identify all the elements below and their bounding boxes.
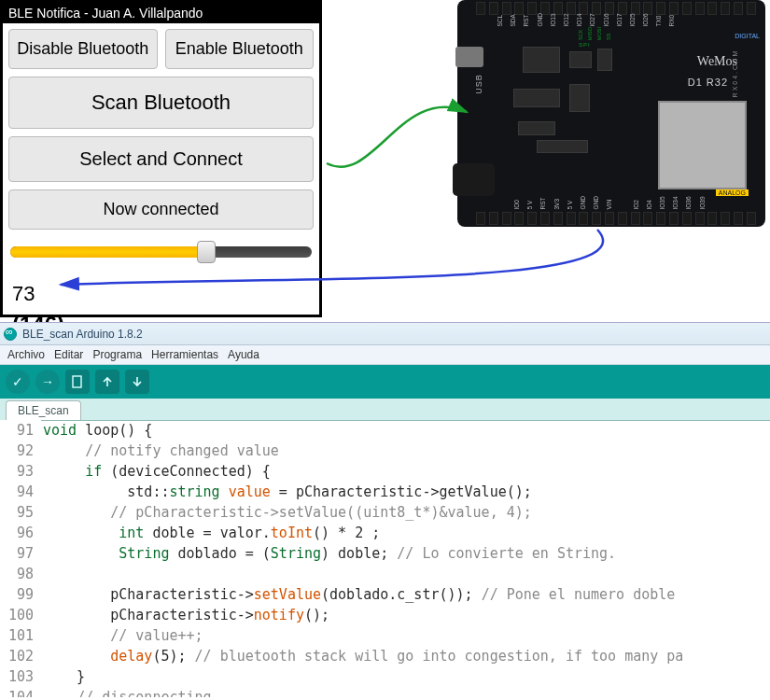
menu-item-archivo[interactable]: Archivo <box>7 348 45 361</box>
line-number: 102 <box>0 646 41 666</box>
pin-label: IO25 <box>628 18 635 27</box>
ide-menubar[interactable]: ArchivoEditarProgramaHerramientasAyuda <box>0 345 770 365</box>
pin <box>502 212 511 225</box>
select-connect-button[interactable]: Select and Connect <box>8 136 314 182</box>
pin <box>682 2 692 15</box>
usb-port-icon <box>455 47 483 67</box>
sketch-tab[interactable]: BLE_scan <box>6 400 81 420</box>
pin <box>631 212 640 225</box>
slider-fill <box>10 246 206 258</box>
mobile-app-frame: BLE Notifica - Juan A. Villalpando Disab… <box>0 0 322 317</box>
pin <box>540 212 550 225</box>
scan-bluetooth-button[interactable]: Scan Bluetooth <box>8 77 314 129</box>
pin-label: IO26 <box>642 18 649 27</box>
pin-label: IO17 <box>615 18 622 27</box>
code-source: String doblado = (String) doble; // Lo c… <box>41 543 770 564</box>
code-editor[interactable]: 91void loop() {92 // notify changed valu… <box>0 420 770 700</box>
spi-pin-label: SS <box>606 33 611 40</box>
code-source: } <box>41 666 770 687</box>
pin-label: IO2 <box>632 201 638 210</box>
line-number: 93 <box>0 461 41 482</box>
pin-label: IO34 <box>672 201 679 210</box>
code-line: 95 // pCharacteristic->setValue((uint8_t… <box>0 502 770 523</box>
pin <box>669 212 679 225</box>
code-line: 103 } <box>0 666 770 687</box>
ide-title-text: BLE_scan Arduino 1.8.2 <box>22 328 143 341</box>
pin-label: 5 V <box>526 201 533 210</box>
pin-label: VIN <box>606 201 612 210</box>
pin <box>476 2 485 15</box>
line-number: 94 <box>0 482 41 502</box>
app-titlebar: BLE Notifica - Juan A. Villalpando <box>3 3 319 23</box>
menu-item-programa[interactable]: Programa <box>92 348 142 361</box>
pin <box>605 212 614 225</box>
pin-label: IO4 <box>645 201 651 210</box>
pin <box>734 212 743 225</box>
connection-status-button[interactable]: Now connected <box>8 189 314 230</box>
line-number: 95 <box>0 502 41 523</box>
pin <box>682 212 692 225</box>
value-slider[interactable] <box>10 241 312 261</box>
pin <box>734 2 743 15</box>
esp32-board-image: SCLSDARSTGNDIO13IO12IO14IO27IO16IO17IO25… <box>457 0 765 227</box>
ide-toolbar: ✓ → <box>0 365 770 399</box>
code-source: // pCharacteristic->setValue((uint8_t*)&… <box>41 502 770 523</box>
pin <box>502 2 511 15</box>
line-number: 100 <box>0 605 41 625</box>
slider-thumb[interactable] <box>197 241 216 263</box>
pin <box>669 2 679 15</box>
line-number: 99 <box>0 584 41 605</box>
code-line: 91void loop() { <box>0 420 770 441</box>
pin <box>553 212 563 225</box>
sent-value-label: 73 <box>8 273 314 308</box>
pin <box>618 212 627 225</box>
digital-label: DIGITAL <box>735 33 760 39</box>
spi-pins-labels: SCKMISOMOSISS <box>577 34 612 39</box>
enable-bluetooth-button[interactable]: Enable Bluetooth <box>165 29 315 69</box>
board-pin-labels-top: SCLSDARSTGNDIO13IO12IO14IO27IO16IO17IO25… <box>495 19 676 25</box>
pin-label: IO16 <box>602 18 609 27</box>
pin <box>514 2 524 15</box>
line-number: 96 <box>0 523 41 543</box>
barrel-jack-icon <box>453 163 495 196</box>
pin-label: GND <box>536 18 542 27</box>
line-number: 103 <box>0 666 41 687</box>
disable-bluetooth-button[interactable]: Disable Bluetooth <box>8 29 158 69</box>
menu-item-ayuda[interactable]: Ayuda <box>228 348 259 361</box>
pin <box>747 2 756 15</box>
pin-label: TX0 <box>655 18 662 27</box>
code-source: // value++; <box>41 625 770 646</box>
code-line: 98 <box>0 564 770 584</box>
menu-item-herramientas[interactable]: Herramientas <box>151 348 218 361</box>
usb-label: USB <box>474 74 483 94</box>
line-number: 92 <box>0 441 41 461</box>
verify-button[interactable]: ✓ <box>6 370 30 394</box>
pin-label: IO12 <box>562 18 568 27</box>
code-line: 100 pCharacteristic->notify(); <box>0 605 770 625</box>
pin <box>656 212 665 225</box>
new-sketch-button[interactable] <box>65 370 90 394</box>
pin-label: IO35 <box>659 201 665 210</box>
line-number: 98 <box>0 564 41 584</box>
code-source <box>41 564 770 584</box>
code-source: void loop() { <box>41 420 770 441</box>
code-source: // notify changed value <box>41 441 770 461</box>
save-sketch-button[interactable] <box>125 370 149 394</box>
esp32-chip-icon <box>658 101 747 189</box>
line-number: 101 <box>0 625 41 646</box>
pin <box>707 212 717 225</box>
code-line: 101 // value++; <box>0 625 770 646</box>
menu-item-editar[interactable]: Editar <box>54 348 83 361</box>
code-line: 93 if (deviceConnected) { <box>0 461 770 482</box>
spi-pin-label: MOSI <box>596 33 602 40</box>
board-pins-bottom <box>476 212 756 225</box>
board-model-label: D1 R32 <box>688 77 728 88</box>
ide-tabbar: BLE_scan <box>0 399 770 421</box>
pin-label: IO36 <box>685 201 692 210</box>
upload-button[interactable]: → <box>35 370 60 394</box>
code-line: 94 std::string value = pCharacteristic->… <box>0 482 770 502</box>
line-number: 97 <box>0 543 41 564</box>
spi-pin-label: MISO <box>587 33 593 40</box>
pin <box>695 2 705 15</box>
open-sketch-button[interactable] <box>95 370 119 394</box>
